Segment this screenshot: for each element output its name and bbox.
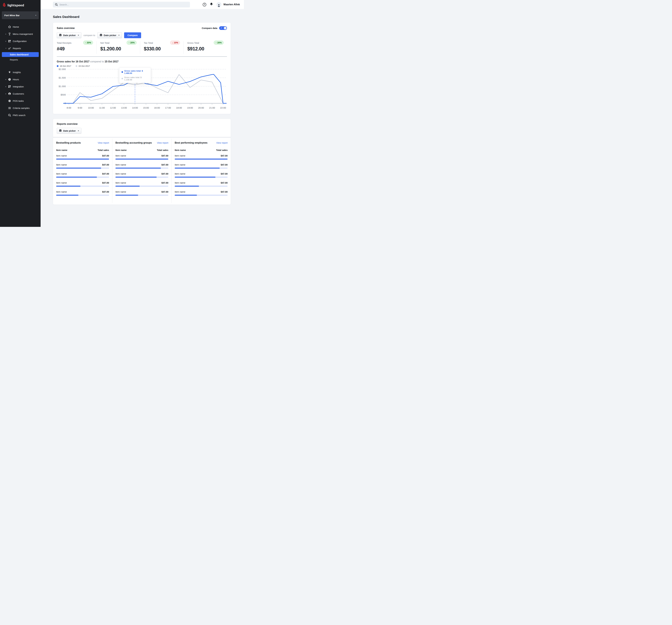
table-row[interactable]: Item name$47.00	[56, 154, 109, 160]
flame-icon	[2, 3, 6, 8]
calendar-icon	[59, 129, 62, 133]
sales-bar-track	[115, 168, 168, 169]
table-row[interactable]: Item name$47.00	[175, 182, 227, 187]
date-picker-button-reports[interactable]: Date picker ▼	[57, 128, 81, 134]
chevron-right-icon[interactable]: ▸	[5, 78, 7, 80]
compare-data-toggle[interactable]: ✓	[219, 26, 227, 30]
reports-overview-card: Reports overview Date picker ▼ Bestselli…	[53, 119, 231, 205]
date-picker-button-primary[interactable]: Date picker ▼	[57, 32, 81, 38]
sidebar-item-reports-sub[interactable]: Reports	[2, 57, 39, 62]
x-tick-label: 11:00	[99, 106, 105, 109]
sales-bar-fill	[175, 159, 227, 160]
report-column-best-performing-employees: Best performing employeesView reportItem…	[171, 139, 231, 203]
sidebar-item-label: Configuration	[13, 40, 27, 43]
item-total: $47.00	[162, 182, 168, 184]
view-report-link[interactable]: View report	[98, 142, 109, 144]
legend-label: 15 Oct 2017	[78, 65, 90, 67]
sidebar-item-hours[interactable]: ▸Hours	[0, 76, 41, 83]
view-report-link[interactable]: View report	[157, 142, 168, 144]
venue-name: Fort Wine Bar	[4, 14, 20, 17]
item-name: Item name	[115, 164, 126, 166]
gross-sales-chart[interactable]: $2.000$1.500$1.000$50008:009:0010:0011:0…	[57, 68, 227, 110]
compare-controls: Date picker ▼ compare to Date picker ▼ C…	[57, 32, 227, 38]
x-tick-label: 19:00	[187, 106, 193, 109]
lightbulb-icon	[8, 71, 11, 74]
sidebar-item-criteria-samples[interactable]: Criteria samples	[0, 104, 41, 112]
sidebar-item-customers[interactable]: ▸Customers	[0, 90, 41, 97]
table-row[interactable]: Item name$47.00	[115, 164, 168, 169]
chevron-right-icon[interactable]: ▸	[5, 86, 7, 88]
nav-group-gap	[0, 63, 41, 69]
legend-item-15-oct-2017[interactable]: 15 Oct 2017	[76, 65, 90, 67]
item-name: Item name	[175, 172, 186, 175]
search-icon	[55, 3, 58, 7]
sidebar-item-pos-tasks[interactable]: POS tasks	[0, 97, 41, 104]
stat-value: $1.200.00	[100, 46, 136, 52]
chevron-right-icon[interactable]: ▸	[5, 93, 7, 95]
sales-bar-fill	[115, 186, 140, 187]
logo-text: lightspeed	[7, 3, 24, 7]
list-icon	[8, 106, 11, 110]
arrow-up-icon: ↑	[216, 41, 217, 44]
sidebar-item-label: Hours	[13, 78, 19, 81]
table-row[interactable]: Item name$47.00	[56, 182, 109, 187]
table-row[interactable]: Item name$47.00	[56, 191, 109, 196]
sidebar-item-sales-dashboard-active[interactable]: Sales dashboard	[2, 52, 39, 57]
chevron-right-icon[interactable]: ▸	[5, 40, 7, 42]
series-dot	[121, 71, 123, 73]
bell-icon[interactable]	[210, 2, 213, 7]
y-tick-label: $1.500	[58, 76, 66, 79]
chevron-down-icon: ▼	[118, 34, 120, 36]
user-name[interactable]: Maarten Afink	[223, 3, 240, 6]
sales-bar-fill	[175, 195, 197, 196]
home-icon	[8, 25, 11, 28]
sidebar-item-label: Criteria samples	[13, 107, 29, 110]
sidebar-item-menu-management[interactable]: ▸Menu management	[0, 30, 41, 38]
stat-value: $330.00	[144, 46, 180, 52]
sidebar-item-insights[interactable]: Insights	[0, 69, 41, 76]
page-title: Sales Dashboard	[53, 15, 231, 19]
sidebar-item-pms-search[interactable]: PMS search	[0, 112, 41, 119]
x-tick-label: 17:00	[165, 106, 171, 109]
date-picker-button-compare[interactable]: Date picker ▼	[97, 32, 122, 38]
table-row[interactable]: Item name$47.00	[175, 164, 227, 169]
table-row[interactable]: Item name$47.00	[115, 182, 168, 187]
table-row[interactable]: Item name$47.00	[175, 172, 227, 178]
table-row[interactable]: Item name$47.00	[115, 172, 168, 178]
compare-button[interactable]: Compare	[124, 32, 141, 38]
sidebar-item-home[interactable]: Home	[0, 23, 41, 30]
avatar[interactable]	[217, 2, 221, 7]
chevron-right-icon[interactable]: ▸	[5, 33, 7, 35]
item-total: $47.00	[162, 164, 168, 166]
delta-badge: ↑20%	[83, 41, 93, 45]
table-row[interactable]: Item name$47.00	[56, 172, 109, 178]
sales-bar-track	[175, 186, 227, 187]
item-total: $47.00	[221, 191, 227, 193]
view-report-link[interactable]: View report	[216, 142, 227, 144]
item-total: $47.00	[102, 172, 109, 175]
sales-bar-fill	[115, 168, 161, 169]
search-input[interactable]	[53, 2, 190, 7]
table-row[interactable]: Item name$47.00	[175, 154, 227, 160]
sidebar-item-reports[interactable]: ▾Reports	[0, 45, 41, 52]
kpi-stats-row: Total Receipts↑20%#49Net Total↑20%$1.200…	[57, 41, 227, 54]
stat-value: #49	[57, 46, 93, 52]
x-tick-label: 21:00	[209, 106, 215, 109]
y-tick-label: $500	[61, 93, 66, 96]
table-row[interactable]: Item name$47.00	[175, 191, 227, 196]
item-name: Item name	[56, 164, 67, 166]
x-tick-label: 22:00	[220, 106, 226, 109]
sales-bar-track	[175, 176, 227, 178]
chart-title-connector: compared to	[90, 60, 104, 63]
table-row[interactable]: Item name$47.00	[56, 164, 109, 169]
help-icon[interactable]: ?	[203, 3, 206, 6]
delta-value: 20%	[87, 41, 91, 44]
sidebar-item-configuration[interactable]: ▸Configuration	[0, 38, 41, 45]
table-row[interactable]: Item name$47.00	[115, 154, 168, 160]
chevron-down-icon[interactable]: ▾	[5, 47, 7, 49]
sidebar-item-integration[interactable]: ▸Integration	[0, 83, 41, 90]
sales-bar-track	[175, 168, 227, 169]
venue-selector[interactable]: Fort Wine Bar ▾	[2, 11, 39, 19]
table-row[interactable]: Item name$47.00	[115, 191, 168, 196]
legend-item-16-oct-2017[interactable]: 16 Oct 2017	[57, 65, 71, 67]
